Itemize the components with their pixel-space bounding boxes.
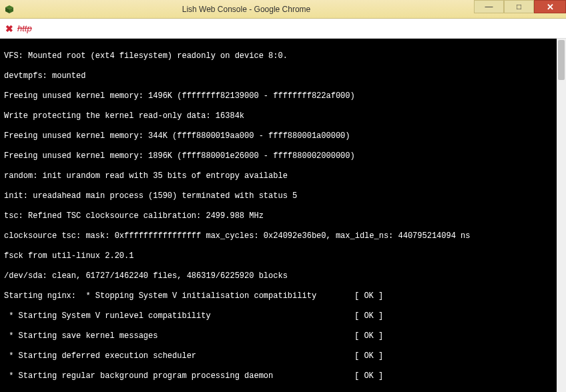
term-line: clocksource tsc: mask: 0xfffffffffffffff… xyxy=(4,231,562,241)
term-line: Starting nginx: * Stopping System V init… xyxy=(4,291,562,301)
term-line: init: ureadahead main process (1590) ter… xyxy=(4,191,562,201)
maximize-button[interactable]: □ xyxy=(504,0,534,13)
term-line: * Starting System V runlevel compatibili… xyxy=(4,311,562,321)
term-line: random: init urandom read with 35 bits o… xyxy=(4,171,562,181)
scrollbar[interactable] xyxy=(557,39,566,392)
term-line: devtmpfs: mounted xyxy=(4,71,562,81)
blocked-icon: ✖ xyxy=(5,23,13,34)
term-line: Freeing unused kernel memory: 344K (ffff… xyxy=(4,131,562,141)
term-line: /dev/sda: clean, 61727/1462240 files, 48… xyxy=(4,271,562,281)
close-button[interactable]: ✕ xyxy=(534,0,566,13)
window-titlebar: Lish Web Console - Google Chrome — □ ✕ xyxy=(0,0,566,19)
minimize-button[interactable]: — xyxy=(474,0,504,13)
term-line: * Starting regular background program pr… xyxy=(4,371,562,381)
term-line: fsck from util-linux 2.20.1 xyxy=(4,251,562,261)
term-line: Freeing unused kernel memory: 1496K (fff… xyxy=(4,91,562,101)
url-text[interactable]: http xyxy=(17,23,32,33)
cube-icon xyxy=(5,5,14,14)
term-line: VFS: Mounted root (ext4 filesystem) read… xyxy=(4,51,562,61)
terminal-output[interactable]: VFS: Mounted root (ext4 filesystem) read… xyxy=(0,39,566,392)
term-line: tsc: Refined TSC clocksource calibration… xyxy=(4,211,562,221)
term-line: * Starting save kernel messages[ OK ] xyxy=(4,331,562,341)
term-line: * Starting deferred execution scheduler[… xyxy=(4,351,562,361)
term-line: Freeing unused kernel memory: 1896K (fff… xyxy=(4,151,562,161)
scrollbar-thumb[interactable] xyxy=(558,40,565,80)
window-title: Lish Web Console - Google Chrome xyxy=(19,5,474,14)
address-bar: ✖ http xyxy=(0,19,566,39)
term-line: Write protecting the kernel read-only da… xyxy=(4,111,562,121)
app-icon xyxy=(0,5,19,14)
window-controls: — □ ✕ xyxy=(474,0,566,18)
